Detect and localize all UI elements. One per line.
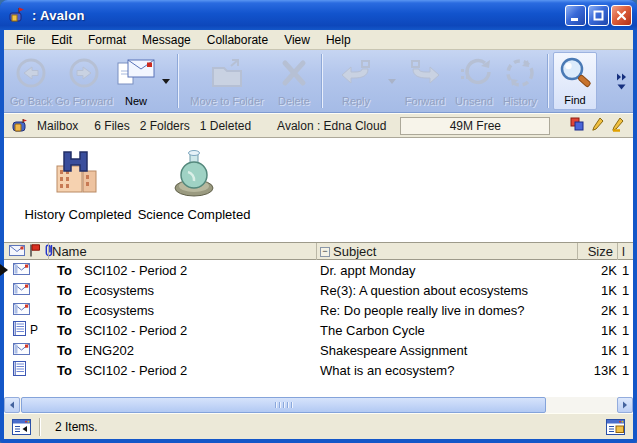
signature-pencil-icon[interactable] xyxy=(611,117,625,135)
toolbar-overflow-chevron-icon[interactable] xyxy=(612,53,630,109)
truncated-cell: 1 xyxy=(617,303,633,318)
recipient-name: SCI102 - Period 2 xyxy=(84,363,187,378)
reply-dropdown-arrow[interactable] xyxy=(385,52,399,110)
go-forward-icon xyxy=(65,52,103,95)
recipient-cell: ToENG202 xyxy=(48,343,316,358)
menu-collaborate[interactable]: Collaborate xyxy=(199,32,276,48)
minimize-button[interactable] xyxy=(565,5,586,26)
subject-cell: The Carbon Cycle xyxy=(316,323,577,338)
truncated-cell: 1 xyxy=(617,283,633,298)
split-pane-left-icon[interactable] xyxy=(12,419,31,435)
column-header-name[interactable]: Name xyxy=(48,243,316,260)
new-label: New xyxy=(125,95,147,107)
to-label: To xyxy=(57,303,79,318)
message-row[interactable]: ToENG202Shakespeare Assignment1K1 xyxy=(4,340,633,360)
size-cell: 1K xyxy=(577,343,617,358)
go-forward-button[interactable]: Go Forward xyxy=(55,52,113,110)
message-row[interactable]: ToEcosystemsRe: Do people really live in… xyxy=(4,300,633,320)
message-envelope-icon xyxy=(13,283,30,298)
mailbox-flag-icon xyxy=(8,7,26,23)
maximize-button[interactable] xyxy=(588,5,609,26)
forward-icon xyxy=(404,52,446,95)
go-forward-label: Go Forward xyxy=(55,95,113,107)
to-label: To xyxy=(57,343,79,358)
reply-button[interactable]: Reply xyxy=(327,52,385,110)
toolbar: Go BackGo ForwardNewMove to FolderDelete… xyxy=(4,50,633,113)
column-header-truncated[interactable]: l xyxy=(617,243,633,260)
recipient-name: SCI102 - Period 2 xyxy=(84,323,187,338)
size-cell: 1K xyxy=(577,323,617,338)
message-envelope-icon xyxy=(13,263,30,278)
scroll-left-button[interactable] xyxy=(4,397,20,413)
header-icon-columns[interactable] xyxy=(4,243,48,260)
menu-message[interactable]: Message xyxy=(134,32,199,48)
unsend-button[interactable]: Unsend xyxy=(451,52,497,110)
to-label: To xyxy=(57,263,79,278)
new-dropdown-arrow[interactable] xyxy=(159,52,173,110)
pencil-icon[interactable] xyxy=(592,117,604,135)
icon-panel: History CompletedScience Completed xyxy=(4,138,633,242)
column-header-subject[interactable]: − Subject xyxy=(316,243,577,260)
deleted-count: 1 Deleted xyxy=(200,119,251,133)
recipient-name: Ecosystems xyxy=(84,283,154,298)
scrollbar-track[interactable] xyxy=(20,397,617,413)
split-pane-right-icon[interactable] xyxy=(606,419,625,435)
history-button[interactable]: History xyxy=(497,52,543,110)
find-button[interactable]: Find xyxy=(553,52,597,110)
history-building-icon xyxy=(52,148,104,202)
menu-file[interactable]: File xyxy=(8,32,43,48)
go-back-label: Go Back xyxy=(10,95,52,107)
find-icon xyxy=(555,53,595,94)
layers-icon[interactable] xyxy=(570,117,585,135)
message-row[interactable]: ToEcosystemsRe(3): A question about ecos… xyxy=(4,280,633,300)
status-bar: 2 Items. xyxy=(4,413,633,439)
find-label: Find xyxy=(564,94,585,106)
truncated-cell: 1 xyxy=(617,323,633,338)
go-back-icon xyxy=(12,52,50,95)
menu-bar: FileEditFormatMessageCollaborateViewHelp xyxy=(4,30,633,50)
subject-cell: Re(3): A question about ecosystems xyxy=(316,283,577,298)
menu-view[interactable]: View xyxy=(276,32,318,48)
menu-edit[interactable]: Edit xyxy=(43,32,80,48)
free-space-label: 49M Free xyxy=(450,119,501,133)
message-list: ToSCI102 - Period 2Dr. appt Monday2K1ToE… xyxy=(4,260,633,397)
delete-button[interactable]: Delete xyxy=(271,52,317,110)
recipient-cell: ToEcosystems xyxy=(48,283,316,298)
move-to-folder-icon xyxy=(207,52,247,95)
message-row[interactable]: ToSCI102 - Period 2Dr. appt Monday2K1 xyxy=(4,260,633,280)
desktop-icon-history-completed[interactable]: History Completed xyxy=(22,148,134,222)
move-to-folder-button[interactable]: Move to Folder xyxy=(183,52,271,110)
subject-cell: What is an ecosystem? xyxy=(316,363,577,378)
column-header-size[interactable]: Size xyxy=(577,243,617,260)
recipient-cell: ToSCI102 - Period 2 xyxy=(48,263,316,278)
message-row[interactable]: ToSCI102 - Period 2What is an ecosystem?… xyxy=(4,360,633,380)
subject-cell: Dr. appt Monday xyxy=(316,263,577,278)
files-count: 6 Files xyxy=(94,119,129,133)
close-button[interactable] xyxy=(611,5,632,26)
free-space-indicator: 49M Free xyxy=(400,117,550,135)
window-content: FileEditFormatMessageCollaborateViewHelp… xyxy=(4,30,633,439)
flag-column-icon xyxy=(29,244,40,260)
desktop-icon-label: Science Completed xyxy=(138,207,251,222)
menu-format[interactable]: Format xyxy=(80,32,134,48)
subject-cell: Shakespeare Assignment xyxy=(316,343,577,358)
new-message-icon xyxy=(115,52,157,95)
desktop-icon-science-completed[interactable]: Science Completed xyxy=(138,148,250,222)
size-cell: 1K xyxy=(577,283,617,298)
scroll-right-button[interactable] xyxy=(617,397,633,413)
document-icon xyxy=(13,361,26,379)
message-envelope-icon xyxy=(13,303,30,318)
delete-icon xyxy=(276,52,312,95)
forward-button[interactable]: Forward xyxy=(399,52,451,110)
history-label: History xyxy=(503,95,537,107)
title-bar[interactable]: : Avalon xyxy=(0,0,637,30)
size-cell: 2K xyxy=(577,303,617,318)
collapse-minus-icon[interactable]: − xyxy=(320,247,330,257)
new-button[interactable]: New xyxy=(113,52,159,110)
menu-help[interactable]: Help xyxy=(318,32,359,48)
to-label: To xyxy=(57,283,79,298)
message-row[interactable]: PToSCI102 - Period 2The Carbon Cycle1K1 xyxy=(4,320,633,340)
scrollbar-thumb[interactable] xyxy=(21,397,546,413)
desktop-icon-label: History Completed xyxy=(25,207,132,222)
go-back-button[interactable]: Go Back xyxy=(7,52,55,110)
